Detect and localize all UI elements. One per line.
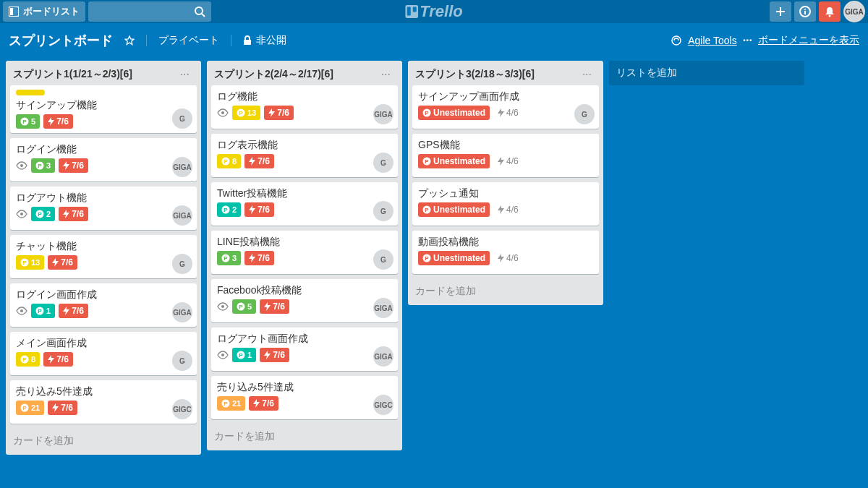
points-badge: P5 bbox=[232, 299, 256, 314]
add-list-button[interactable]: リストを追加 bbox=[609, 61, 804, 85]
search-icon bbox=[194, 6, 205, 17]
card-member-avatar[interactable]: G bbox=[172, 254, 192, 274]
board-header: スプリントボード プライベート 非公開 Agile Tools ··· ボードメ… bbox=[0, 23, 868, 58]
list-title[interactable]: スプリント2(2/4～2/17)[6] bbox=[214, 68, 377, 81]
bell-icon bbox=[824, 6, 835, 17]
card-member-avatar[interactable]: G bbox=[172, 351, 192, 371]
card-badges: PUnestimated4/6 bbox=[418, 202, 593, 217]
add-card-button[interactable]: カードを追加 bbox=[408, 279, 603, 305]
create-button[interactable] bbox=[770, 1, 791, 22]
card-member-avatar[interactable]: GIGA bbox=[373, 346, 393, 367]
add-card-button[interactable]: カードを追加 bbox=[207, 424, 402, 450]
burn-badge: 7/6 bbox=[48, 255, 77, 270]
card[interactable]: LINE投稿機能P37/6G bbox=[211, 231, 398, 274]
card[interactable]: GPS機能PUnestimated4/6 bbox=[412, 134, 599, 177]
card[interactable]: Twitter投稿機能P27/6G bbox=[211, 182, 398, 226]
svg-text:P: P bbox=[425, 255, 429, 262]
card-member-avatar[interactable]: GIGA bbox=[373, 104, 393, 124]
card-title: 売り込み5件達成 bbox=[217, 380, 392, 393]
list-title[interactable]: スプリント3(2/18～3/3)[6] bbox=[415, 68, 578, 81]
card-member-avatar[interactable]: G bbox=[172, 108, 192, 129]
list-title[interactable]: スプリント1(1/21～2/3)[6] bbox=[13, 68, 176, 81]
add-card-button[interactable]: カードを追加 bbox=[6, 429, 201, 455]
burn-badge: 7/6 bbox=[260, 348, 289, 362]
star-button[interactable] bbox=[119, 33, 140, 48]
card[interactable]: 動画投稿機能PUnestimated4/6 bbox=[412, 231, 599, 274]
card[interactable]: ログアウト画面作成P17/6GIGA bbox=[211, 328, 398, 371]
list-menu-button[interactable]: ··· bbox=[578, 67, 596, 82]
card[interactable]: サインアップ機能P57/6G bbox=[10, 85, 197, 133]
agile-icon bbox=[671, 35, 682, 46]
card[interactable]: Facebook投稿機能P57/6GIGA bbox=[211, 279, 398, 322]
card-member-avatar[interactable]: GIGA bbox=[172, 205, 192, 226]
card-badges: P17/6 bbox=[217, 348, 392, 362]
burn-badge: 7/6 bbox=[59, 158, 88, 173]
card[interactable]: ログイン機能P37/6GIGA bbox=[10, 138, 197, 181]
boards-button[interactable]: ボードリスト bbox=[3, 1, 85, 22]
burn-badge: 7/6 bbox=[43, 114, 73, 129]
card[interactable]: ログアウト機能P27/6GIGA bbox=[10, 187, 197, 230]
points-badge: P13 bbox=[16, 255, 44, 270]
card-title: ログ機能 bbox=[217, 90, 392, 103]
card[interactable]: 売り込み5件達成P217/6GIGC bbox=[211, 376, 398, 419]
card-badges: P137/6 bbox=[217, 106, 392, 120]
card-title: ログ表示機能 bbox=[217, 138, 392, 151]
list: スプリント1(1/21～2/3)[6]···サインアップ機能P57/6Gログイン… bbox=[6, 61, 201, 455]
burn-badge: 7/6 bbox=[244, 251, 274, 265]
card[interactable]: ログイン画面作成P17/6GIGA bbox=[10, 283, 197, 327]
card[interactable]: サインアップ画面作成PUnestimated4/6G bbox=[412, 85, 599, 129]
list-menu-button[interactable]: ··· bbox=[176, 67, 194, 82]
privacy-button[interactable]: 非公開 bbox=[237, 31, 292, 50]
agile-tools-link[interactable]: Agile Tools bbox=[688, 35, 736, 46]
card[interactable]: メイン画面作成P87/6G bbox=[10, 332, 197, 375]
card-title: LINE投稿機能 bbox=[217, 235, 392, 248]
notifications-button[interactable] bbox=[819, 1, 841, 22]
points-badge: P21 bbox=[16, 401, 44, 415]
svg-rect-13 bbox=[244, 40, 251, 45]
card-member-avatar[interactable]: G bbox=[574, 104, 595, 124]
svg-text:P: P bbox=[224, 158, 228, 165]
card-title: チャット機能 bbox=[16, 239, 191, 252]
card-title: 動画投稿機能 bbox=[418, 235, 593, 248]
card-member-avatar[interactable]: GIGA bbox=[172, 157, 192, 177]
svg-point-32 bbox=[221, 111, 224, 114]
card-member-avatar[interactable]: G bbox=[373, 153, 393, 173]
svg-point-10 bbox=[804, 9, 806, 10]
info-button[interactable] bbox=[794, 1, 816, 22]
points-badge: P1 bbox=[232, 348, 256, 362]
star-icon bbox=[124, 35, 135, 46]
burn-badge-grey: 4/6 bbox=[493, 202, 523, 217]
card-badges: P137/6 bbox=[16, 255, 191, 270]
card-member-avatar[interactable]: G bbox=[373, 201, 393, 221]
svg-text:P: P bbox=[224, 401, 228, 407]
card-title: プッシュ通知 bbox=[418, 187, 593, 200]
burn-badge-grey: 4/6 bbox=[493, 251, 523, 265]
card-member-avatar[interactable]: GIGC bbox=[373, 395, 393, 415]
svg-point-2 bbox=[195, 7, 203, 14]
svg-text:P: P bbox=[239, 304, 243, 310]
card-title: ログアウト機能 bbox=[16, 191, 191, 204]
card-badges: PUnestimated4/6 bbox=[418, 251, 593, 265]
card-title: ログアウト画面作成 bbox=[217, 332, 392, 345]
logo[interactable]: Trello bbox=[405, 2, 463, 21]
card-member-avatar[interactable]: GIGA bbox=[373, 298, 393, 318]
svg-point-17 bbox=[20, 164, 23, 167]
privacy-label: 非公開 bbox=[256, 34, 286, 47]
card[interactable]: ログ機能P137/6GIGA bbox=[211, 85, 398, 129]
card-title: GPS機能 bbox=[418, 138, 593, 151]
card-member-avatar[interactable]: GIGA bbox=[172, 302, 192, 322]
visibility-button[interactable]: プライベート bbox=[153, 31, 225, 50]
card-member-avatar[interactable]: G bbox=[373, 249, 393, 270]
card[interactable]: プッシュ通知PUnestimated4/6 bbox=[412, 182, 599, 226]
board-title[interactable]: スプリントボード bbox=[9, 32, 113, 49]
user-avatar[interactable]: GIGA bbox=[843, 1, 865, 22]
search-input[interactable] bbox=[88, 1, 211, 22]
svg-text:P: P bbox=[425, 110, 429, 116]
list-menu-button[interactable]: ··· bbox=[377, 67, 395, 82]
show-menu-link[interactable]: ボードメニューを表示 bbox=[758, 34, 859, 47]
card[interactable]: ログ表示機能P87/6G bbox=[211, 134, 398, 177]
card[interactable]: チャット機能P137/6G bbox=[10, 235, 197, 278]
card[interactable]: 売り込み5件達成P217/6GIGC bbox=[10, 380, 197, 424]
card-member-avatar[interactable]: GIGC bbox=[172, 399, 192, 419]
svg-text:P: P bbox=[224, 255, 228, 262]
